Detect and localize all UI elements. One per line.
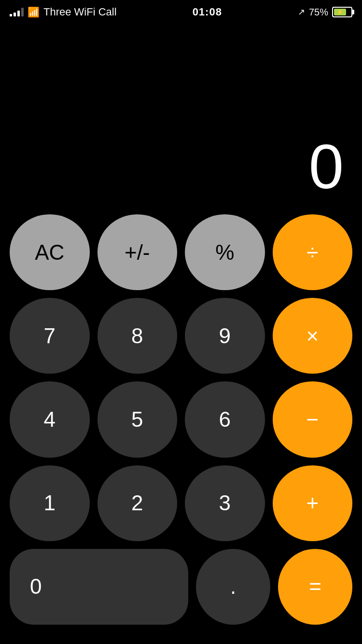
display-value: 0 [309, 135, 343, 198]
six-button[interactable]: 6 [185, 381, 265, 457]
status-right: ↗ 75% ⚡ [298, 7, 352, 18]
battery-percent-label: 75% [309, 7, 328, 18]
location-icon: ↗ [298, 7, 305, 17]
display-area: 0 [0, 24, 362, 212]
dot-button[interactable]: . [196, 549, 270, 625]
ac-button[interactable]: AC [10, 214, 90, 290]
status-bar: 📶 Three WiFi Call 01:08 ↗ 75% ⚡ [0, 0, 362, 24]
wifi-icon: 📶 [28, 6, 40, 18]
plusminus-button[interactable]: +/- [97, 214, 178, 290]
signal-bars-icon [10, 8, 24, 16]
calc-row-5: 0 . = [10, 549, 352, 625]
time-label: 01:08 [193, 6, 222, 18]
calculator-pad: AC +/- % ÷ 7 8 9 × 4 5 6 − 1 2 3 + 0 . = [0, 214, 362, 644]
battery-icon: ⚡ [332, 7, 352, 17]
one-button[interactable]: 1 [10, 465, 90, 541]
zero-button[interactable]: 0 [10, 549, 188, 625]
two-button[interactable]: 2 [97, 465, 178, 541]
battery-body: ⚡ [332, 7, 352, 17]
calc-row-3: 4 5 6 − [10, 381, 352, 457]
battery-bolt-icon: ⚡ [336, 9, 344, 15]
eight-button[interactable]: 8 [97, 298, 178, 374]
equals-button[interactable]: = [278, 549, 352, 625]
battery-fill: ⚡ [334, 9, 347, 15]
divide-button[interactable]: ÷ [273, 214, 353, 290]
four-button[interactable]: 4 [10, 381, 90, 457]
nine-button[interactable]: 9 [185, 298, 265, 374]
calc-row-4: 1 2 3 + [10, 465, 352, 541]
minus-button[interactable]: − [273, 381, 353, 457]
plus-button[interactable]: + [273, 465, 353, 541]
percent-button[interactable]: % [185, 214, 265, 290]
five-button[interactable]: 5 [97, 381, 178, 457]
calc-row-1: AC +/- % ÷ [10, 214, 352, 290]
seven-button[interactable]: 7 [10, 298, 90, 374]
calc-row-2: 7 8 9 × [10, 298, 352, 374]
three-button[interactable]: 3 [185, 465, 265, 541]
status-left: 📶 Three WiFi Call [10, 6, 117, 18]
multiply-button[interactable]: × [273, 298, 353, 374]
carrier-label: Three WiFi Call [43, 6, 117, 18]
